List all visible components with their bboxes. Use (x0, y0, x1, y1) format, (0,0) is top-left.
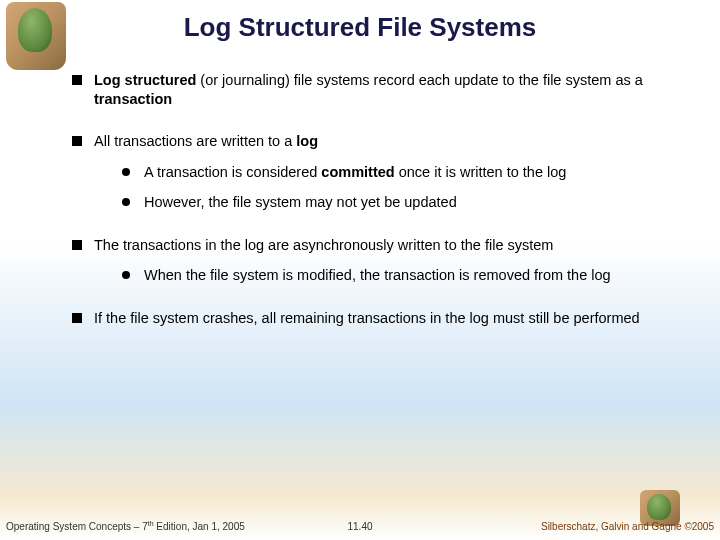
footer-slide-number: 11.40 (347, 521, 372, 532)
bold-text: Log structured (94, 72, 196, 88)
bullet-2: All transactions are written to a log A … (72, 132, 674, 212)
text: When the file system is modified, the tr… (144, 267, 611, 283)
footer-copyright: Silberschatz, Galvin and Gagne ©2005 (541, 521, 714, 532)
text: A transaction is considered (144, 164, 321, 180)
text: Operating System Concepts – 7 (6, 521, 148, 532)
text: Edition, Jan 1, 2005 (154, 521, 245, 532)
text: If the file system crashes, all remainin… (94, 310, 640, 326)
text: once it is written to the log (395, 164, 567, 180)
bullet-1: Log structured (or journaling) file syst… (72, 71, 674, 108)
text: The transactions in the log are asynchro… (94, 237, 553, 253)
slide-body: Log structured (or journaling) file syst… (0, 49, 720, 327)
sub-bullet-2-1: A transaction is considered committed on… (122, 163, 674, 182)
bold-text: committed (321, 164, 394, 180)
text: However, the file system may not yet be … (144, 194, 457, 210)
bullet-4: If the file system crashes, all remainin… (72, 309, 674, 328)
dinosaur-logo-top (6, 2, 66, 70)
text: (or journaling) file systems record each… (196, 72, 642, 88)
text: All transactions are written to a (94, 133, 296, 149)
footer-left: Operating System Concepts – 7th Edition,… (6, 520, 245, 532)
bullet-3: The transactions in the log are asynchro… (72, 236, 674, 285)
bold-text: log (296, 133, 318, 149)
slide-title: Log Structured File Systems (0, 0, 720, 49)
bold-text: transaction (94, 91, 172, 107)
sub-bullet-2-2: However, the file system may not yet be … (122, 193, 674, 212)
sub-bullet-3-1: When the file system is modified, the tr… (122, 266, 674, 285)
